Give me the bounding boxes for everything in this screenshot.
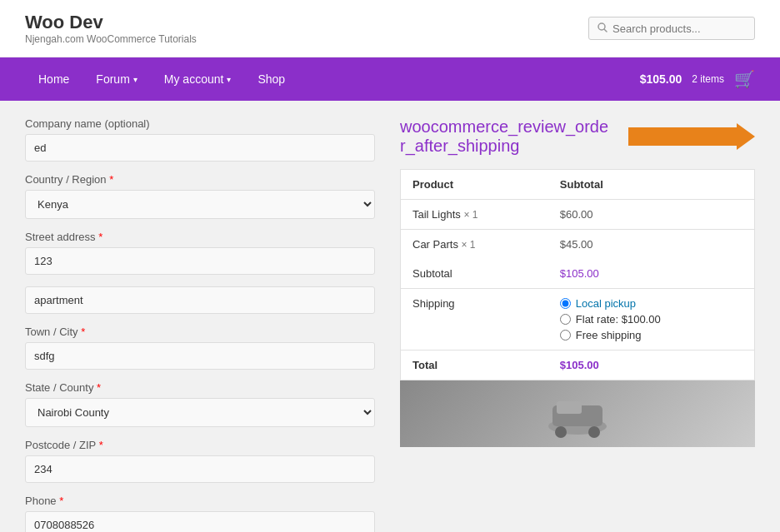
order-section: woocommerce_review_order_after_shipping … [400, 117, 755, 532]
site-subtitle: Njengah.com WooCommerce Tutorials [25, 33, 197, 45]
postcode-input[interactable] [25, 455, 375, 483]
chevron-down-icon: ▾ [227, 75, 231, 84]
nav-item-myaccount[interactable]: My account ▾ [151, 57, 245, 101]
product-name: Tail Lights [412, 208, 461, 221]
shipping-option-label: Free shipping [576, 329, 642, 341]
total-row: Total $105.00 [401, 351, 755, 380]
order-table: Product Subtotal Tail Lights × 1 $60.00 … [400, 169, 755, 380]
shipping-radio-1[interactable] [560, 314, 571, 325]
top-header: Woo Dev Njengah.com WooCommerce Tutorial… [0, 0, 780, 57]
street-input[interactable] [25, 247, 375, 275]
company-label: Company name (optional) [25, 117, 375, 130]
svg-rect-4 [557, 401, 582, 414]
company-field-group: Company name (optional) [25, 117, 375, 162]
product-price: $45.00 [548, 230, 755, 260]
shipping-option-label: Flat rate: $100.00 [576, 313, 661, 326]
subtotal-value: $105.00 [548, 259, 755, 289]
chevron-down-icon: ▾ [133, 75, 138, 84]
company-input[interactable] [25, 134, 375, 162]
country-select[interactable]: Kenya [25, 190, 375, 219]
search-box[interactable] [588, 17, 755, 40]
city-label: Town / City * [25, 326, 375, 338]
required-marker: * [99, 439, 103, 451]
state-label: State / County * [25, 381, 375, 394]
required-marker: * [81, 326, 85, 338]
subtotal-label: Subtotal [401, 259, 548, 289]
product-cell: Car Parts × 1 [401, 230, 548, 260]
product-quantity: × 1 [462, 239, 476, 251]
subtotal-row: Subtotal $105.00 [401, 259, 755, 289]
shipping-option: Flat rate: $100.00 [560, 313, 742, 326]
apartment-field-group [25, 286, 375, 314]
site-branding: Woo Dev Njengah.com WooCommerce Tutorial… [25, 12, 197, 45]
required-marker: * [98, 231, 102, 243]
shipping-row: Shipping Local pickup Flat rate: $100.00… [401, 289, 755, 351]
svg-line-1 [604, 29, 607, 32]
arrow-indicator [628, 123, 755, 150]
col-product: Product [401, 170, 548, 200]
table-row: Tail Lights × 1 $60.00 [401, 200, 755, 230]
form-section: Company name (optional) Country / Region… [25, 117, 375, 532]
apartment-input[interactable] [25, 286, 375, 314]
search-icon [598, 22, 608, 35]
product-quantity: × 1 [463, 209, 478, 221]
search-input[interactable] [612, 22, 746, 35]
product-price: $60.00 [548, 200, 755, 230]
postcode-label: Postcode / ZIP * [25, 439, 375, 451]
city-input[interactable] [25, 342, 375, 370]
phone-label: Phone * [25, 495, 375, 507]
col-subtotal: Subtotal [548, 170, 755, 200]
shipping-label: Shipping [401, 289, 548, 351]
country-field-group: Country / Region * Kenya [25, 173, 375, 219]
city-field-group: Town / City * [25, 326, 375, 370]
total-value: $105.00 [548, 351, 755, 380]
state-select[interactable]: Nairobi County [25, 398, 375, 427]
nav-bar: Home Forum ▾ My account ▾ Shop $105.00 2… [0, 57, 780, 101]
country-label: Country / Region * [25, 173, 375, 186]
product-name: Car Parts [412, 238, 458, 251]
street-label: Street address * [25, 231, 375, 243]
hook-label: woocommerce_review_order_after_shipping [400, 117, 755, 156]
nav-item-shop[interactable]: Shop [244, 57, 298, 101]
required-marker: * [59, 495, 63, 507]
required-marker: * [97, 381, 101, 394]
cart-count: 2 items [692, 73, 724, 85]
table-row: Car Parts × 1 $45.00 [401, 230, 755, 260]
total-label: Total [401, 351, 548, 380]
phone-field-group: Phone * [25, 495, 375, 532]
shipping-radio-2[interactable] [560, 330, 571, 341]
state-field-group: State / County * Nairobi County [25, 381, 375, 427]
shipping-options-cell: Local pickup Flat rate: $100.00 Free shi… [548, 289, 755, 351]
phone-input[interactable] [25, 511, 375, 532]
nav-left: Home Forum ▾ My account ▾ Shop [25, 57, 298, 101]
street-field-group: Street address * [25, 231, 375, 275]
shipping-option-label: Local pickup [576, 297, 636, 310]
nav-item-forum[interactable]: Forum ▾ [82, 57, 150, 101]
svg-point-5 [555, 426, 567, 438]
nav-right: $105.00 2 items 🛒 [640, 69, 755, 89]
postcode-field-group: Postcode / ZIP * [25, 439, 375, 483]
nav-item-home[interactable]: Home [25, 57, 82, 101]
site-title: Woo Dev [25, 12, 197, 33]
shipping-radio-0[interactable] [560, 298, 571, 309]
required-marker: * [109, 173, 113, 186]
product-cell: Tail Lights × 1 [401, 200, 548, 230]
shipping-option: Free shipping [560, 329, 742, 341]
cart-icon[interactable]: 🛒 [734, 69, 755, 89]
bottom-image [400, 380, 755, 447]
cart-total: $105.00 [640, 72, 682, 86]
svg-point-6 [588, 426, 600, 438]
main-content: Company name (optional) Country / Region… [0, 101, 780, 532]
shipping-option: Local pickup [560, 297, 742, 310]
